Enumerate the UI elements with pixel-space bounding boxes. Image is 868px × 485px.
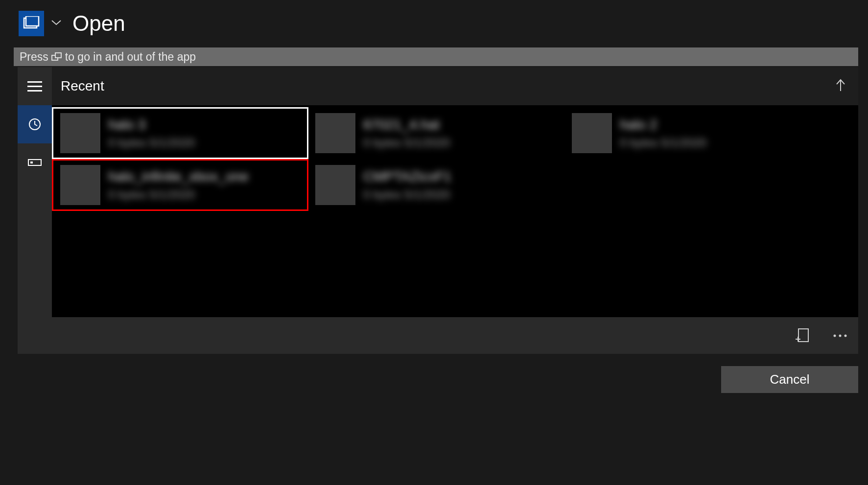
svg-point-11 <box>834 334 836 337</box>
file-text: halo 20 bytes 5/1/2020 <box>620 116 706 150</box>
bottom-toolbar <box>52 317 858 354</box>
file-item[interactable]: 67021_4.hat0 bytes 5/1/2020 <box>308 107 565 159</box>
hint-bar: Press to go in and out of the app <box>14 47 858 66</box>
file-name: halo 3 <box>108 116 195 133</box>
hamburger-menu-button[interactable] <box>18 67 52 105</box>
cancel-label: Cancel <box>770 372 810 387</box>
file-name: halo_infinite_xbox_one <box>108 168 248 185</box>
title-bar: Open <box>0 0 868 46</box>
add-page-icon <box>794 327 810 344</box>
svg-rect-1 <box>26 16 39 26</box>
content-header: Recent <box>52 67 858 105</box>
file-item[interactable]: halo_infinite_xbox_one0 bytes 5/1/2020 <box>52 159 308 211</box>
app-icon[interactable] <box>19 11 44 36</box>
svg-point-13 <box>845 334 847 337</box>
hint-prefix: Press <box>20 50 48 64</box>
chevron-down-icon[interactable] <box>51 19 62 28</box>
section-title: Recent <box>61 78 104 94</box>
sidebar <box>18 67 52 354</box>
file-text: halo 30 bytes 5/1/2020 <box>108 116 195 150</box>
folder-open-icon <box>23 16 40 31</box>
file-name: halo 2 <box>620 116 706 133</box>
content-pane: Recent halo 30 bytes 5/1/202067021_4.hat… <box>52 67 858 354</box>
sidebar-item-devices[interactable] <box>18 143 52 182</box>
file-meta: 0 bytes 5/1/2020 <box>363 188 451 202</box>
file-thumbnail <box>60 113 100 153</box>
ellipsis-icon <box>832 333 848 338</box>
file-thumbnail <box>60 165 100 205</box>
file-text: halo_infinite_xbox_one0 bytes 5/1/2020 <box>108 168 248 202</box>
up-arrow-button[interactable] <box>835 78 846 94</box>
file-thumbnail <box>315 165 355 205</box>
window-switch-icon <box>51 52 62 61</box>
file-name: 67021_4.hat <box>363 116 450 133</box>
file-item[interactable]: halo 30 bytes 5/1/2020 <box>52 107 308 159</box>
file-thumbnail <box>572 113 612 153</box>
file-meta: 0 bytes 5/1/2020 <box>108 136 195 150</box>
svg-rect-8 <box>798 329 808 342</box>
svg-rect-3 <box>55 53 61 58</box>
file-text: CMPTAZicxF10 bytes 5/1/2020 <box>363 168 451 202</box>
more-button[interactable] <box>832 333 848 338</box>
clock-icon <box>28 118 41 131</box>
window-title: Open <box>72 11 125 36</box>
file-meta: 0 bytes 5/1/2020 <box>363 136 450 150</box>
file-thumbnail <box>315 113 355 153</box>
file-item[interactable]: halo 20 bytes 5/1/2020 <box>565 107 821 159</box>
file-item[interactable]: CMPTAZicxF10 bytes 5/1/2020 <box>308 159 565 211</box>
hint-suffix: to go in and out of the app <box>65 50 196 64</box>
cancel-button[interactable]: Cancel <box>721 366 858 393</box>
svg-rect-5 <box>28 160 41 165</box>
file-meta: 0 bytes 5/1/2020 <box>108 188 248 202</box>
svg-rect-6 <box>30 162 33 163</box>
file-name: CMPTAZicxF1 <box>363 168 451 185</box>
svg-point-12 <box>839 334 842 337</box>
arrow-up-icon <box>835 78 846 92</box>
file-list-area: halo 30 bytes 5/1/202067021_4.hat0 bytes… <box>52 105 858 317</box>
file-text: 67021_4.hat0 bytes 5/1/2020 <box>363 116 450 150</box>
device-icon <box>28 159 42 166</box>
sidebar-item-recent[interactable] <box>18 105 52 143</box>
new-item-button[interactable] <box>794 327 810 344</box>
file-meta: 0 bytes 5/1/2020 <box>620 136 706 150</box>
